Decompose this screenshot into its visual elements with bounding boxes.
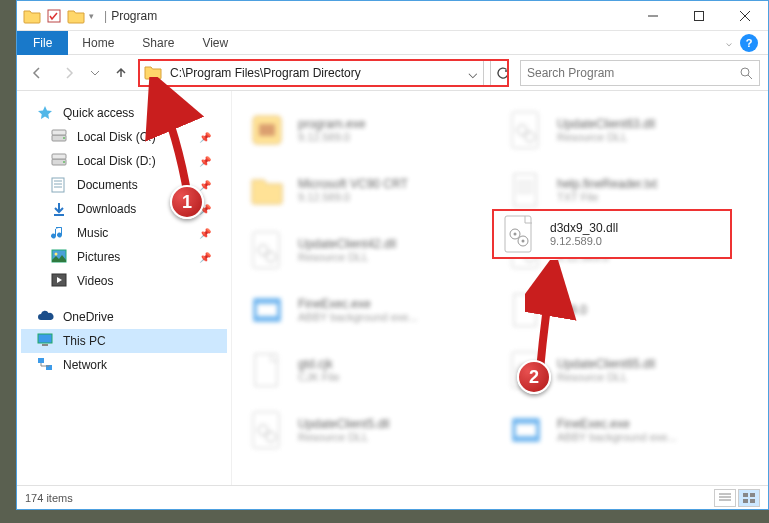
search-icon (739, 66, 753, 80)
svg-rect-43 (255, 354, 277, 386)
svg-rect-61 (750, 493, 755, 497)
file-item[interactable]: FineExec.exeABBY background exe... (501, 401, 758, 459)
sidebar-item-label: Pictures (77, 250, 120, 264)
svg-rect-62 (743, 499, 748, 503)
svg-rect-52 (505, 216, 531, 252)
file-list[interactable]: program.exe9.12.589.0UpdateClient63.dllR… (232, 91, 768, 485)
sidebar-item-pictures[interactable]: Pictures📌 (21, 245, 227, 269)
ribbon-tabs: File Home Share View ⌵ ? (17, 31, 768, 55)
file-name: FineExec.exe (298, 297, 418, 311)
back-button[interactable] (25, 61, 49, 85)
svg-rect-41 (257, 304, 277, 316)
minimize-button[interactable] (630, 1, 676, 31)
forward-button[interactable] (57, 61, 81, 85)
sidebar-item-label: OneDrive (63, 310, 114, 324)
file-name: FineExec.exe (557, 417, 677, 431)
file-subtext: ABBY background exe... (557, 431, 677, 443)
pin-icon: 📌 (199, 132, 211, 143)
sidebar-item-label: Documents (77, 178, 138, 192)
file-item[interactable]: UpdateClient5.dllResource DLL (242, 401, 499, 459)
file-item[interactable]: Microsoft VC90 CRT9.12.589.0 (242, 161, 499, 219)
sidebar-item-local-disk-d-[interactable]: Local Disk (D:)📌 (21, 149, 227, 173)
view-icons-button[interactable] (738, 489, 760, 507)
status-bar: 174 items (17, 485, 768, 509)
dll-icon (246, 409, 288, 451)
address-input[interactable] (166, 66, 463, 80)
file-name: program.exe (298, 117, 365, 131)
file-name: UpdateClient65.dll (557, 357, 655, 371)
videos-icon (51, 273, 69, 289)
network-icon (37, 357, 55, 373)
sidebar-item-label: Network (63, 358, 107, 372)
drive-icon (51, 153, 69, 169)
sidebar-item-network[interactable]: Network (21, 353, 227, 377)
dll-icon (246, 229, 288, 271)
exe2-icon (505, 409, 547, 451)
svg-point-19 (55, 253, 58, 256)
sidebar-item-label: Videos (77, 274, 113, 288)
sidebar-item-label: This PC (63, 334, 106, 348)
file-subtext: Resource DLL (557, 371, 655, 383)
svg-rect-51 (516, 424, 536, 436)
sidebar-item-local-disk-c-[interactable]: Local Disk (C:)📌 (21, 125, 227, 149)
file-item-highlighted[interactable]: d3dx9_30.dll 9.12.589.0 (492, 209, 732, 259)
sidebar-item-this-pc[interactable]: This PC (21, 329, 227, 353)
maximize-button[interactable] (676, 1, 722, 31)
tab-share[interactable]: Share (128, 31, 188, 55)
help-icon[interactable]: ? (740, 34, 758, 52)
qat-dropdown-icon[interactable] (67, 7, 85, 25)
search-input[interactable] (527, 66, 739, 80)
svg-rect-42 (514, 294, 536, 326)
txt-icon (505, 169, 547, 211)
tab-home[interactable]: Home (68, 31, 128, 55)
file-subtext: Resource DLL (557, 131, 655, 143)
file-item[interactable]: gtd.cjkCJK File (242, 341, 499, 399)
sidebar-item-label: Quick access (63, 106, 134, 120)
up-button[interactable] (109, 61, 133, 85)
sidebar-item-videos[interactable]: Videos (21, 269, 227, 293)
svg-rect-30 (514, 174, 536, 206)
svg-rect-8 (52, 130, 66, 135)
file-item[interactable]: FineExec.exeABBY background exe... (242, 281, 499, 339)
tab-file[interactable]: File (17, 31, 68, 55)
svg-rect-34 (253, 232, 279, 268)
file-item[interactable]: UpdateClient42.dllResource DLL (242, 221, 499, 279)
svg-line-6 (748, 75, 752, 79)
search-box[interactable] (520, 60, 760, 86)
qat: ▾ (17, 7, 100, 25)
dll-icon (498, 213, 540, 255)
chevron-down-icon[interactable]: ▾ (89, 11, 94, 21)
sidebar-item-quick-access[interactable]: Quick access (21, 101, 227, 125)
svg-rect-27 (512, 112, 538, 148)
qat-properties-icon[interactable] (45, 7, 63, 25)
file-item[interactable]: UpdateClient63.dllResource DLL (501, 101, 758, 159)
svg-point-56 (522, 240, 525, 243)
refresh-button[interactable] (490, 61, 514, 85)
address-bar[interactable]: ⌵ (139, 60, 484, 86)
dll-icon (505, 109, 547, 151)
folder-icon (23, 7, 41, 25)
sidebar-item-label: Local Disk (C:) (77, 130, 156, 144)
sidebar-item-music[interactable]: Music📌 (21, 221, 227, 245)
svg-rect-63 (750, 499, 755, 503)
music-icon (51, 225, 69, 241)
sidebar-item-onedrive[interactable]: OneDrive (21, 305, 227, 329)
explorer-window: ▾ | Program File Home Share View ⌵ ? (16, 0, 769, 510)
file-name: gtd.cjk (298, 357, 340, 371)
svg-rect-2 (695, 11, 704, 20)
close-button[interactable] (722, 1, 768, 31)
recent-dropdown[interactable] (89, 61, 101, 85)
exe-icon (246, 109, 288, 151)
file-item[interactable]: program.exe9.12.589.0 (242, 101, 499, 159)
svg-point-5 (741, 68, 749, 76)
pc-icon (37, 333, 55, 349)
address-dropdown-icon[interactable]: ⌵ (463, 63, 483, 82)
sidebar-item-label: Local Disk (D:) (77, 154, 156, 168)
file-item[interactable]: 589.0 (501, 281, 758, 339)
pin-icon: 📌 (199, 180, 211, 191)
tab-view[interactable]: View (188, 31, 242, 55)
file-subtext: TXT File (557, 191, 657, 203)
view-details-button[interactable] (714, 489, 736, 507)
ribbon-expand-icon[interactable]: ⌵ (726, 37, 732, 48)
file-name: 589.0 (557, 303, 587, 317)
